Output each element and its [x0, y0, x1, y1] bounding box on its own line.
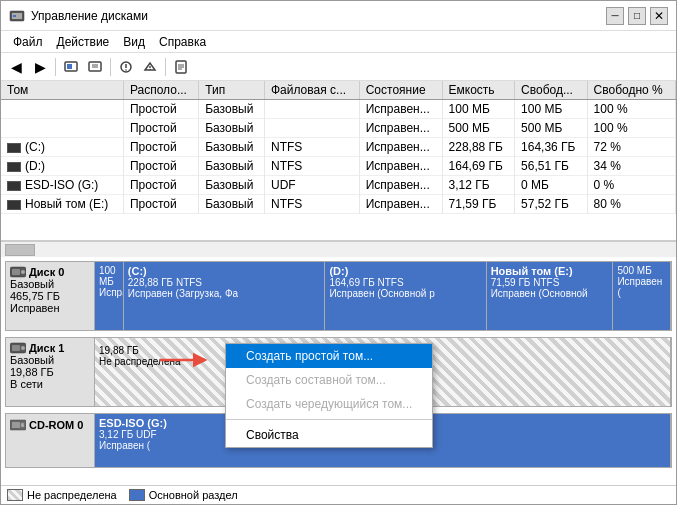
legend-unalloc-label: Не распределена — [27, 489, 117, 501]
disk1-row: Диск 1 Базовый 19,88 ГБ В сети 19,88 ГБ … — [5, 337, 672, 407]
col-freepct[interactable]: Свободно % — [587, 81, 675, 100]
toolbar-separator-2 — [110, 58, 111, 76]
disk0-name: Диск 0 — [29, 266, 64, 278]
disk0-type: Базовый — [10, 278, 90, 290]
context-menu-item-properties[interactable]: Свойства — [226, 423, 432, 447]
svg-point-19 — [21, 270, 25, 274]
disk0-row: Диск 0 Базовый 465,75 ГБ Исправен 100 МБ… — [5, 261, 672, 331]
app-icon — [9, 8, 25, 24]
partition-e[interactable]: Новый том (E:) 71,59 ГБ NTFS Исправен (О… — [487, 262, 614, 330]
col-status[interactable]: Состояние — [359, 81, 442, 100]
partition-100mb[interactable]: 100 МБ Исправен — [95, 262, 124, 330]
menu-file[interactable]: Файл — [7, 33, 49, 51]
context-menu-separator — [226, 419, 432, 420]
partition-c[interactable]: (C:) 228,88 ГБ NTFS Исправен (Загрузка, … — [124, 262, 326, 330]
toolbar-btn-1[interactable] — [60, 56, 82, 78]
toolbar: ◀ ▶ — [1, 53, 676, 81]
context-menu-item-spanned-volume: Создать составной том... — [226, 368, 432, 392]
scrollbar-thumb[interactable] — [5, 244, 35, 256]
disk0-label: Диск 0 Базовый 465,75 ГБ Исправен — [5, 261, 95, 331]
disk0-partitions: 100 МБ Исправен (C:) 228,88 ГБ NTFS Испр… — [95, 261, 672, 331]
svg-point-12 — [149, 68, 151, 70]
svg-rect-26 — [12, 422, 20, 428]
disk-icon — [7, 181, 21, 191]
disk1-size: 19,88 ГБ — [10, 366, 90, 378]
col-fs[interactable]: Файловая с... — [264, 81, 359, 100]
toolbar-btn-5[interactable] — [170, 56, 192, 78]
cdrom0-label: CD-ROM 0 — [5, 413, 95, 468]
legend-primary-box — [129, 489, 145, 501]
cdrom0-name: CD-ROM 0 — [29, 419, 83, 431]
table-row[interactable]: Новый том (E:)ПростойБазовыйNTFSИсправен… — [1, 195, 676, 214]
context-menu-item-simple-volume[interactable]: Создать простой том... — [226, 344, 432, 368]
window-title: Управление дисками — [31, 9, 148, 23]
table-row[interactable]: (C:)ПростойБазовыйNTFSИсправен...228,88 … — [1, 138, 676, 157]
col-free[interactable]: Свобод... — [515, 81, 588, 100]
disk1-partitions: 19,88 ГБ Не распределена — [95, 337, 672, 407]
toolbar-btn-3[interactable] — [115, 56, 137, 78]
menu-view[interactable]: Вид — [117, 33, 151, 51]
volume-table: Том Располо... Тип Файловая с... Состоян… — [1, 81, 676, 214]
disk1-type: Базовый — [10, 354, 90, 366]
svg-rect-21 — [12, 345, 20, 351]
cdrom-icon — [10, 418, 26, 432]
arrow-indicator — [155, 350, 215, 373]
table-row[interactable]: (D:)ПростойБазовыйNTFSИсправен...164,69 … — [1, 157, 676, 176]
table-row[interactable]: ПростойБазовыйИсправен...500 МБ500 МБ100… — [1, 119, 676, 138]
close-button[interactable]: ✕ — [650, 7, 668, 25]
maximize-button[interactable]: □ — [628, 7, 646, 25]
legend-unalloc-box — [7, 489, 23, 501]
partition-d[interactable]: (D:) 164,69 ГБ NTFS Исправен (Основной р — [325, 262, 486, 330]
legend-bar: Не распределена Основной раздел — [1, 485, 676, 504]
disk0-size: 465,75 ГБ — [10, 290, 90, 302]
col-volume[interactable]: Том — [1, 81, 123, 100]
disk-vis-area[interactable]: Диск 0 Базовый 465,75 ГБ Исправен 100 МБ… — [1, 257, 676, 485]
hdd-icon — [10, 266, 26, 278]
disk-icon — [7, 200, 21, 210]
horizontal-scrollbar[interactable] — [1, 241, 676, 257]
svg-point-22 — [21, 346, 25, 350]
menu-action[interactable]: Действие — [51, 33, 116, 51]
legend-primary-label: Основной раздел — [149, 489, 238, 501]
menu-bar: Файл Действие Вид Справка — [1, 31, 676, 53]
disk1-name: Диск 1 — [29, 342, 64, 354]
context-menu: Создать простой том... Создать составной… — [225, 343, 433, 448]
table-row[interactable]: ПростойБазовыйИсправен...100 МБ100 МБ100… — [1, 100, 676, 119]
disk-icon — [7, 143, 21, 153]
legend-primary: Основной раздел — [129, 489, 238, 501]
toolbar-separator-1 — [55, 58, 56, 76]
svg-point-10 — [125, 69, 127, 71]
svg-rect-4 — [67, 64, 72, 69]
context-menu-item-striped-volume: Создать чередующийся том... — [226, 392, 432, 416]
col-type[interactable]: Тип — [199, 81, 265, 100]
svg-rect-18 — [12, 269, 20, 275]
back-button[interactable]: ◀ — [5, 56, 27, 78]
main-content: Том Располо... Тип Файловая с... Состоян… — [1, 81, 676, 504]
col-capacity[interactable]: Емкость — [442, 81, 515, 100]
col-location[interactable]: Располо... — [123, 81, 198, 100]
disk1-status: В сети — [10, 378, 90, 390]
toolbar-btn-4[interactable] — [139, 56, 161, 78]
hdd-icon-1 — [10, 342, 26, 354]
volume-table-area[interactable]: Том Располо... Тип Файловая с... Состоян… — [1, 81, 676, 241]
svg-rect-2 — [13, 15, 16, 17]
main-window: Управление дисками ─ □ ✕ Файл Действие В… — [0, 0, 677, 505]
disk0-status: Исправен — [10, 302, 90, 314]
table-row[interactable]: ESD-ISO (G:)ПростойБазовыйUDFИсправен...… — [1, 176, 676, 195]
forward-button[interactable]: ▶ — [29, 56, 51, 78]
svg-rect-27 — [21, 423, 24, 427]
partition-500mb[interactable]: 500 МБ Исправен ( — [613, 262, 671, 330]
toolbar-separator-3 — [165, 58, 166, 76]
toolbar-btn-2[interactable] — [84, 56, 106, 78]
minimize-button[interactable]: ─ — [606, 7, 624, 25]
legend-unallocated: Не распределена — [7, 489, 117, 501]
menu-help[interactable]: Справка — [153, 33, 212, 51]
title-bar: Управление дисками ─ □ ✕ — [1, 1, 676, 31]
disk-icon — [7, 162, 21, 172]
disk1-label: Диск 1 Базовый 19,88 ГБ В сети — [5, 337, 95, 407]
